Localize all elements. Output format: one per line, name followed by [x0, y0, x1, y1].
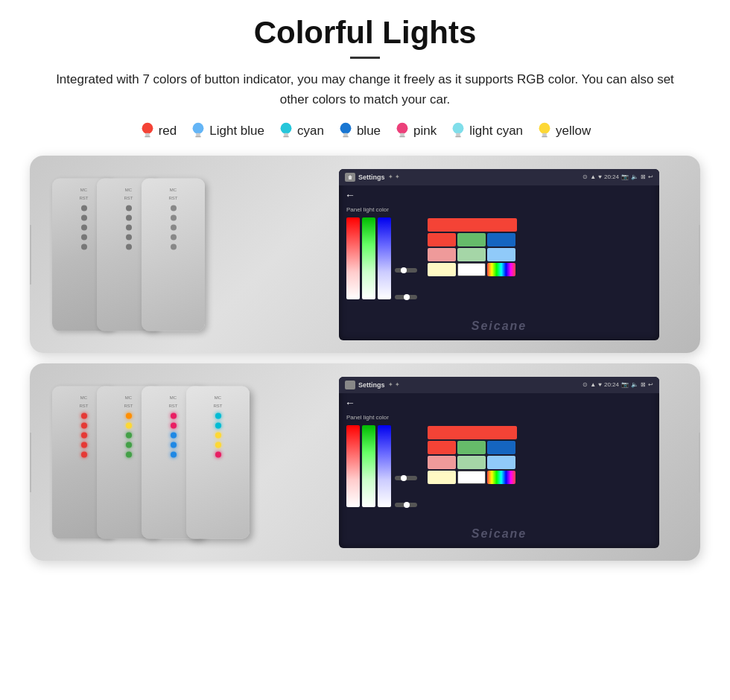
swatch-large-red-2[interactable] — [428, 426, 517, 439]
color-label-yellow: yellow — [556, 124, 591, 139]
swatch-rainbow[interactable] — [487, 263, 515, 276]
color-label-cyan: cyan — [297, 124, 324, 139]
swatch-large-red-1[interactable] — [428, 218, 517, 232]
svg-rect-2 — [145, 136, 150, 138]
panel-btn-home — [81, 214, 87, 220]
svg-point-12 — [397, 123, 408, 134]
right-ear-2 — [699, 433, 700, 492]
blue-bar-2 — [378, 425, 391, 507]
panel-light-label-1: Panel light color — [346, 206, 417, 213]
swatch-lr[interactable] — [428, 248, 456, 261]
panel-label-1: MC — [80, 187, 87, 191]
watermark-2: Seicane — [472, 527, 527, 541]
color-item-lightcyan: light cyan — [450, 121, 523, 141]
svg-rect-19 — [542, 133, 547, 136]
screen-area-2: Settings ✦ ✦ ⊙ ▲ ♥ 20:24 📷 🔈 ⊠ ↩ — [339, 377, 659, 548]
status-left-2: Settings ✦ ✦ — [345, 381, 400, 389]
swatch-r[interactable] — [428, 233, 456, 246]
home-button-2[interactable] — [345, 381, 355, 389]
red-bar-2 — [346, 425, 360, 507]
title-section: Colorful Lights Integrated with 7 colors… — [30, 15, 700, 109]
status-bar-1: Settings ✦ ✦ ⊙ ▲ ♥ 20:24 📷 🔈 ⊠ ↩ — [339, 169, 659, 185]
color-item-red: red — [139, 121, 177, 141]
screen-area-1: Settings ✦ ✦ ⊙ ▲ ♥ 20:24 📷 🔈 ⊠ ↩ — [339, 169, 659, 340]
color-item-blue: blue — [337, 121, 381, 141]
slider-2[interactable] — [395, 295, 417, 299]
svg-point-9 — [340, 123, 351, 134]
slider-2-2[interactable] — [395, 503, 417, 507]
panel-content-1: Panel light color — [339, 205, 659, 301]
blue-bar — [378, 217, 391, 299]
left-ear-2 — [30, 433, 31, 492]
swatch-row-4-2 — [428, 471, 517, 484]
time-display-1: 20:24 — [604, 174, 619, 180]
home-icon-svg — [347, 174, 353, 180]
svg-point-6 — [281, 123, 292, 134]
back-arrow-2[interactable]: ← — [339, 393, 659, 413]
slider-1[interactable] — [395, 268, 417, 273]
swatch-lg[interactable] — [457, 248, 486, 261]
swatch-row-3-2 — [428, 456, 517, 469]
title-divider — [350, 57, 380, 59]
settings-text-1: Settings — [358, 174, 385, 181]
svg-point-15 — [453, 123, 464, 134]
swatches-section-1 — [428, 218, 517, 299]
svg-rect-16 — [456, 133, 460, 136]
swatch-row-2-1 — [428, 233, 517, 246]
gradient-bars-1 — [346, 216, 417, 299]
panel-btn-mute — [81, 244, 87, 249]
slider-1-2[interactable] — [395, 476, 417, 480]
swatch-lb[interactable] — [487, 248, 515, 261]
svg-rect-14 — [399, 136, 404, 138]
bulb-icon-pink — [394, 121, 410, 141]
home-button-1[interactable] — [345, 173, 355, 182]
swatch-row-4-1 — [428, 263, 517, 276]
car-unit-row-2: MC RST MC RST — [30, 363, 700, 561]
android-screen-1: Settings ✦ ✦ ⊙ ▲ ♥ 20:24 📷 🔈 ⊠ ↩ — [339, 169, 659, 340]
color-label-lightcyan: light cyan — [469, 124, 523, 139]
svg-rect-17 — [456, 136, 461, 138]
swatch-ly[interactable] — [428, 263, 456, 276]
color-item-pink: pink — [394, 121, 437, 141]
svg-rect-20 — [542, 136, 547, 138]
status-left-1: Settings ✦ ✦ — [345, 173, 400, 182]
panel-btn-back — [81, 224, 87, 230]
panel-btn-vol — [81, 234, 87, 240]
swatch-g[interactable] — [457, 233, 486, 246]
settings-text-2: Settings — [358, 381, 385, 389]
svg-rect-5 — [196, 136, 201, 138]
color-label-lightblue: Light blue — [209, 124, 264, 139]
gradient-section-2: Panel light color — [346, 414, 417, 507]
status-bar-2: Settings ✦ ✦ ⊙ ▲ ♥ 20:24 📷 🔈 ⊠ ↩ — [339, 377, 659, 393]
color-label-pink: pink — [413, 124, 437, 139]
swatch-b[interactable] — [487, 233, 515, 246]
back-arrow-1[interactable]: ← — [339, 185, 659, 205]
slider-group-2 — [395, 424, 417, 507]
description-text: Integrated with 7 colors of button indic… — [45, 69, 685, 109]
color-label-red: red — [159, 124, 177, 139]
svg-rect-8 — [283, 136, 288, 138]
panel-light-label-2: Panel light color — [346, 414, 417, 421]
red-bar — [346, 217, 360, 299]
swatch-white[interactable] — [457, 263, 486, 276]
car-unit-row-1: MC RST MC RST — [30, 156, 700, 353]
panels-row2: MC RST MC RST — [52, 386, 250, 538]
watermark-1: Seicane — [472, 319, 527, 333]
panel-btn-power — [81, 205, 87, 211]
panel-front-1: MC RST — [142, 178, 205, 331]
android-screen-2: Settings ✦ ✦ ⊙ ▲ ♥ 20:24 📷 🔈 ⊠ ↩ — [339, 377, 659, 548]
right-ear-1 — [699, 225, 700, 284]
swatch-row-3-1 — [428, 248, 517, 261]
swatch-row-2-2 — [428, 441, 517, 454]
bulb-icon-lightblue — [190, 121, 206, 141]
svg-rect-10 — [343, 133, 348, 136]
bulb-icon-cyan — [278, 121, 294, 141]
bulb-icon-yellow — [536, 121, 553, 141]
panel-frontmost-2: MC RST — [186, 386, 250, 538]
green-bar — [362, 217, 375, 299]
bulb-icon-red — [139, 121, 156, 141]
status-right-1: ⊙ ▲ ♥ 20:24 📷 🔈 ⊠ ↩ — [583, 174, 653, 180]
color-item-lightblue: Light blue — [190, 121, 264, 141]
color-item-yellow: yellow — [536, 121, 591, 141]
svg-rect-13 — [400, 133, 404, 136]
